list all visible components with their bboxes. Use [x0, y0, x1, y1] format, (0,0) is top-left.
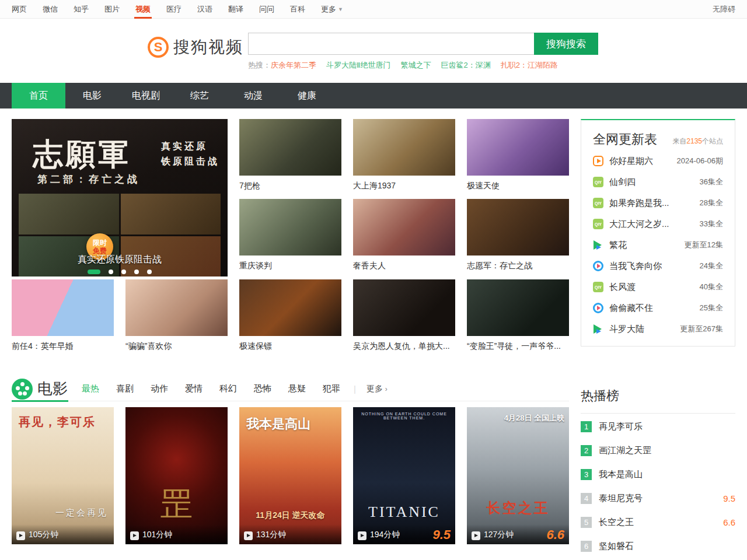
video-card[interactable]: 极速保镖	[239, 279, 341, 352]
video-thumbnail	[239, 199, 341, 256]
sogou-video-logo[interactable]: S 搜狗视频	[148, 36, 248, 58]
section-title-underline	[12, 400, 68, 402]
search-button[interactable]: 搜狗搜索	[534, 33, 598, 55]
rank-item[interactable]: 2 画江湖之天罡	[581, 440, 735, 461]
poster-art-subtitle: 一定会再见	[55, 508, 108, 519]
search-input[interactable]	[248, 33, 534, 55]
movie-poster[interactable]: 4月28日 全国上映 长空之王 127分钟 6.6	[467, 407, 569, 544]
tencent-video-icon	[593, 324, 603, 334]
tab-romance[interactable]: 爱情	[185, 383, 203, 394]
rank-name: 泰坦尼克号	[599, 493, 643, 504]
video-card[interactable]: 7把枪	[239, 119, 341, 191]
rank-name: 再见李可乐	[599, 421, 643, 432]
carousel-dot-active[interactable]	[88, 270, 100, 274]
video-thumbnail	[353, 279, 455, 336]
hot-search-item[interactable]: 巨齿鲨2：深渊	[441, 60, 490, 71]
update-list-item[interactable]: 大江大河之岁... 33集全	[593, 214, 723, 235]
carousel-dots	[12, 270, 228, 274]
more-label: 更多	[321, 4, 336, 15]
video-card[interactable]: 前任4：英年早婚	[12, 279, 114, 352]
hot-rank-title: 热播榜	[581, 387, 735, 414]
channel-web[interactable]: 网页	[12, 0, 27, 19]
video-card[interactable]: 奢香夫人	[353, 199, 455, 271]
show-name: 如果奔跑是我...	[609, 198, 669, 209]
show-status: 更新至12集	[685, 240, 723, 250]
update-list-item[interactable]: 如果奔跑是我... 28集全	[593, 192, 723, 214]
hot-search-item[interactable]: 扎职2：江湖陌路	[501, 60, 558, 71]
carousel-dot[interactable]	[109, 270, 113, 274]
poster-art-title: 我本是高山	[246, 415, 310, 433]
rank-badge: 1	[581, 421, 592, 432]
play-icon	[130, 531, 139, 540]
nav-movies[interactable]: 电影	[65, 83, 119, 108]
carousel-dot[interactable]	[121, 270, 126, 274]
search-header: S 搜狗视频 搜狗搜索 热搜： 庆余年第二季 斗罗大陆Ⅱ绝世唐门 繁城之下 巨齿…	[0, 19, 747, 83]
channel-wechat[interactable]: 微信	[43, 0, 58, 19]
channel-chinese[interactable]: 汉语	[197, 0, 212, 19]
movie-poster[interactable]: NOTHING ON EARTH COULD COME BETWEEN THEM…	[353, 407, 455, 544]
video-card[interactable]: “变脸王”寻徒，一声爷爷...	[467, 279, 569, 352]
video-title: 极速天使	[467, 181, 569, 191]
video-title: 奢香夫人	[353, 261, 455, 271]
video-card[interactable]: 极速天使	[467, 119, 569, 191]
rank-item[interactable]: 6 坚如磐石	[581, 536, 735, 557]
tab-comedy[interactable]: 喜剧	[116, 383, 134, 394]
update-list-item[interactable]: 仙剑四 36集全	[593, 172, 723, 192]
tab-crime[interactable]: 犯罪	[323, 383, 340, 394]
video-card[interactable]: “骗骗”喜欢你	[125, 279, 228, 352]
update-list-item[interactable]: 长风渡 40集全	[593, 276, 723, 298]
update-list-item[interactable]: 斗罗大陆 更新至267集	[593, 318, 723, 340]
show-status: 25集全	[700, 303, 723, 313]
channel-translate[interactable]: 翻译	[228, 0, 243, 19]
carousel-dot[interactable]	[147, 270, 152, 274]
hot-search-item[interactable]: 庆余年第二季	[271, 60, 316, 71]
channel-more-dropdown[interactable]: 更多▼	[321, 0, 343, 19]
accessibility-link[interactable]: 无障碍	[713, 4, 735, 15]
nav-health[interactable]: 健康	[280, 83, 334, 108]
video-card[interactable]: 重庆谈判	[239, 199, 341, 271]
video-card[interactable]: 吴京为恩人复仇，单挑大...	[353, 279, 455, 352]
channel-images[interactable]: 图片	[104, 0, 120, 19]
channel-zhihu[interactable]: 知乎	[74, 0, 89, 19]
update-list-item[interactable]: 繁花 更新至12集	[593, 235, 723, 256]
movies-more-link[interactable]: 更多 ›	[366, 384, 388, 394]
nav-variety[interactable]: 综艺	[173, 83, 226, 108]
nav-anime[interactable]: 动漫	[226, 83, 280, 108]
channel-baike[interactable]: 百科	[290, 0, 305, 19]
update-list-item[interactable]: 当我飞奔向你 24集全	[593, 256, 723, 276]
hero-carousel[interactable]: 志願軍 第二部：存亡之战 真实还原 铁原阻击战 限时 免费 真实还原铁原阻击战	[12, 119, 228, 276]
channel-wenwen[interactable]: 问问	[259, 0, 274, 19]
video-card[interactable]: 大上海1937	[353, 119, 455, 191]
hot-search-label: 热搜：	[248, 60, 271, 71]
tab-hottest[interactable]: 最热	[82, 383, 99, 394]
update-panel-title: 全网更新表	[593, 131, 657, 148]
movie-poster[interactable]: 罡 101分钟	[125, 407, 228, 544]
movie-poster[interactable]: 我本是高山 11月24日 逆天改命 131分钟	[239, 407, 341, 544]
video-card[interactable]: 志愿军：存亡之战	[467, 199, 569, 271]
nav-home[interactable]: 首页	[12, 83, 65, 108]
hot-search-item[interactable]: 繁城之下	[400, 60, 431, 71]
nav-tv-series[interactable]: 电视剧	[119, 83, 173, 108]
show-status: 24集全	[700, 261, 723, 271]
video-thumbnail	[467, 119, 569, 176]
rank-item[interactable]: 5 长空之王 6.6	[581, 512, 735, 533]
tab-action[interactable]: 动作	[151, 383, 168, 394]
tab-horror[interactable]: 恐怖	[254, 383, 271, 394]
rank-item[interactable]: 3 我本是高山	[581, 464, 735, 485]
channel-medical[interactable]: 医疗	[166, 0, 181, 19]
tab-suspense[interactable]: 悬疑	[288, 383, 306, 394]
carousel-dot[interactable]	[134, 270, 139, 274]
tab-scifi[interactable]: 科幻	[219, 383, 237, 394]
show-name: 大江大河之岁...	[609, 219, 669, 230]
video-title: 前任4：英年早婚	[12, 341, 114, 352]
update-list-item[interactable]: 你好星期六 2024-06-06期	[593, 150, 723, 172]
rank-item[interactable]: 4 泰坦尼克号 9.5	[581, 488, 735, 509]
update-list-item[interactable]: 偷偷藏不住 25集全	[593, 298, 723, 318]
hot-search-item[interactable]: 斗罗大陆Ⅱ绝世唐门	[326, 60, 390, 71]
rank-item[interactable]: 1 再见李可乐	[581, 416, 735, 438]
channel-video-active[interactable]: 视频	[135, 0, 151, 19]
movie-score: 6.6	[546, 530, 564, 540]
poster-art-tagline: NOTHING ON EARTH COULD COME BETWEEN THEM…	[353, 412, 455, 420]
movie-poster[interactable]: 再见，李可乐 一定会再见 105分钟	[12, 407, 114, 544]
poster-art-glyph: 罡	[160, 482, 193, 527]
